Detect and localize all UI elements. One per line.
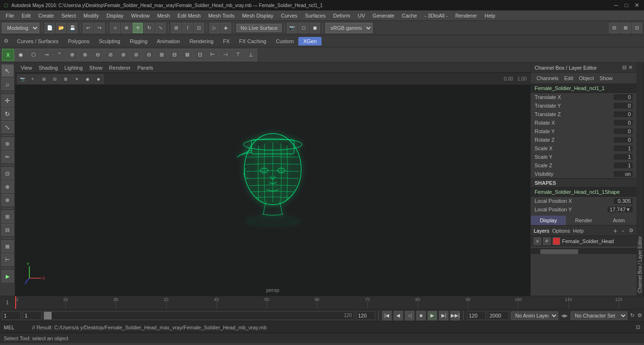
menu-edit[interactable]: Edit <box>18 12 35 19</box>
measure-button[interactable]: ⊕ <box>1 181 14 193</box>
viewport-menu-renderer[interactable]: Renderer <box>106 64 134 72</box>
lasso-button[interactable]: ⊕ <box>121 23 132 33</box>
prev-frame-button[interactable]: ◀ <box>394 311 403 320</box>
cb-tab-object[interactable]: Object <box>577 75 596 82</box>
scale-tool-button[interactable]: ⤡ <box>1 121 14 133</box>
xgen-icon-5[interactable]: ⌃ <box>53 49 65 61</box>
status-icon-button[interactable]: ⊡ <box>636 324 640 330</box>
snap-snap-button[interactable]: ⊡ <box>1 167 14 180</box>
menu-surfaces[interactable]: Surfaces <box>301 12 329 19</box>
open-scene-button[interactable]: 📂 <box>56 23 66 33</box>
ipr-button[interactable]: ◈ <box>221 23 231 33</box>
tab-sculpting[interactable]: Sculpting <box>94 37 125 45</box>
layers-tab-options[interactable]: Options <box>552 228 570 234</box>
viewport-canvas[interactable]: persp X Y Z <box>15 85 530 296</box>
snap-grid-button[interactable]: ⊞ <box>171 23 181 33</box>
anim-layer-dropdown[interactable]: No Anim Layer <box>511 311 558 320</box>
colorspace-dropdown[interactable]: sRGB gamma <box>325 23 373 33</box>
xgen-icon-19[interactable]: ⊤ <box>232 49 244 61</box>
xgen-icon-15[interactable]: ⊠ <box>181 49 193 61</box>
annotate-button[interactable]: ⊗ <box>1 194 14 206</box>
tab-custom[interactable]: Custom <box>271 37 299 45</box>
xgen-icon-13[interactable]: ⊞ <box>155 49 168 61</box>
xgen-icon-12[interactable]: ⊝ <box>143 49 155 61</box>
display-mode-button[interactable]: ◻ <box>298 23 309 33</box>
layer-playback-button[interactable]: P <box>543 237 551 245</box>
snap-curve-button[interactable]: ⌇ <box>182 23 193 33</box>
layout-button-3[interactable]: ⊡ <box>632 23 642 33</box>
menu-cache[interactable]: Cache <box>398 12 421 19</box>
layout-button-2[interactable]: ⊠ <box>620 23 631 33</box>
menu-create[interactable]: Create <box>35 12 58 19</box>
redo-button[interactable]: ↪ <box>94 23 105 33</box>
tab-animation[interactable]: Animation <box>152 37 185 45</box>
display-tab-render[interactable]: Render <box>566 216 601 225</box>
tab-curves-surfaces[interactable]: Curves / Surfaces <box>12 37 63 45</box>
play-back-button[interactable]: ◁ <box>405 311 414 320</box>
xgen-icon-9[interactable]: ⊘ <box>104 49 116 61</box>
frame-current-input[interactable] <box>23 311 42 320</box>
vp-wireframe-button[interactable]: ⊞ <box>39 74 49 84</box>
layers-tab-layers[interactable]: Layers <box>534 228 549 234</box>
mode-dropdown[interactable]: Modeling <box>2 23 39 33</box>
vp-default-mat-button[interactable]: ◉ <box>82 74 93 84</box>
menu-help[interactable]: Help <box>481 12 499 19</box>
display-tab-anim[interactable]: Anim <box>601 216 636 225</box>
frame-start-input[interactable] <box>2 311 21 320</box>
undo-button[interactable]: ↩ <box>83 23 93 33</box>
go-start-button[interactable]: |◀ <box>382 311 392 320</box>
timeline-playhead[interactable] <box>15 296 16 309</box>
playback-slider-thumb[interactable] <box>44 312 52 319</box>
cb-close-button[interactable]: ✕ <box>628 64 633 71</box>
char-set-settings-button[interactable]: ⚙ <box>637 312 642 318</box>
layers-tab-help[interactable]: Help <box>573 228 584 234</box>
menu-file[interactable]: File <box>2 12 18 19</box>
xgen-icon-1[interactable]: X <box>2 49 14 61</box>
titlebar-controls[interactable]: ─ □ ✕ <box>613 2 640 9</box>
cb-float-button[interactable]: ⊟ <box>622 64 626 71</box>
xgen-icon-8[interactable]: ⊖ <box>91 49 104 61</box>
layout-button-1[interactable]: ⊟ <box>609 23 619 33</box>
tab-fx[interactable]: FX <box>218 37 234 45</box>
xgen-icon-16[interactable]: ⊡ <box>194 49 206 61</box>
close-button[interactable]: ✕ <box>634 2 640 9</box>
scale-button[interactable]: ⤡ <box>155 23 166 33</box>
rotate-button[interactable]: ↻ <box>144 23 154 33</box>
stop-button[interactable]: ■ <box>416 311 426 320</box>
menu-3dtoa[interactable]: - 3DtoAll - <box>421 12 452 19</box>
viewport-menu-lighting[interactable]: Lighting <box>62 64 86 72</box>
layer-color-swatch[interactable] <box>553 237 560 245</box>
tab-polygons[interactable]: Polygons <box>63 37 94 45</box>
cb-tab-channels[interactable]: Channels <box>535 75 560 82</box>
menu-uv[interactable]: UV <box>354 12 369 19</box>
viewport-menu-show[interactable]: Show <box>87 64 106 72</box>
tab-rigging[interactable]: Rigging <box>125 37 152 45</box>
layer-settings-button[interactable]: ⚙ <box>629 227 634 234</box>
camera-button[interactable]: 📷 <box>287 23 297 33</box>
menu-renderer[interactable]: Renderer <box>451 12 481 19</box>
layer-visibility-button[interactable]: V <box>534 237 541 245</box>
save-scene-button[interactable]: 💾 <box>67 23 78 33</box>
xgen-icon-20[interactable]: ⊥ <box>245 49 257 61</box>
play-forward-button[interactable]: ▶ <box>428 311 437 320</box>
soft-select-button[interactable]: ⊛ <box>1 137 14 150</box>
cb-tab-show[interactable]: Show <box>598 75 615 82</box>
rotate-tool-button[interactable]: ↻ <box>1 108 14 120</box>
move-tool-button[interactable]: ✛ <box>1 94 14 107</box>
menu-mesh-tools[interactable]: Mesh Tools <box>205 12 238 19</box>
xgen-icon-6[interactable]: ⊕ <box>66 49 78 61</box>
select-button[interactable]: ⊹ <box>110 23 120 33</box>
lasso-tool-button[interactable]: ⌕ <box>1 78 14 90</box>
xgen-icon-2[interactable]: ◉ <box>15 49 27 61</box>
xgen-icon-7[interactable]: ⊗ <box>79 49 91 61</box>
xgen-icon-14[interactable]: ⊟ <box>168 49 180 61</box>
custom-tool-button[interactable]: ⊟ <box>1 224 14 236</box>
timeline-ruler[interactable]: 1 10 20 30 40 50 60 70 <box>15 296 644 309</box>
vp-camera-button[interactable]: 📷 <box>17 74 27 84</box>
channel-box-vertical-label[interactable]: Channel Box / Layer Editor <box>636 63 644 296</box>
viewport-menu-panels[interactable]: Panels <box>134 64 156 72</box>
tab-xgen[interactable]: XGen <box>298 37 321 45</box>
xgen-icon-4[interactable]: ⊸ <box>40 49 53 61</box>
xgen-icon-11[interactable]: ⊜ <box>130 49 142 61</box>
minimize-button[interactable]: ─ <box>613 2 619 9</box>
